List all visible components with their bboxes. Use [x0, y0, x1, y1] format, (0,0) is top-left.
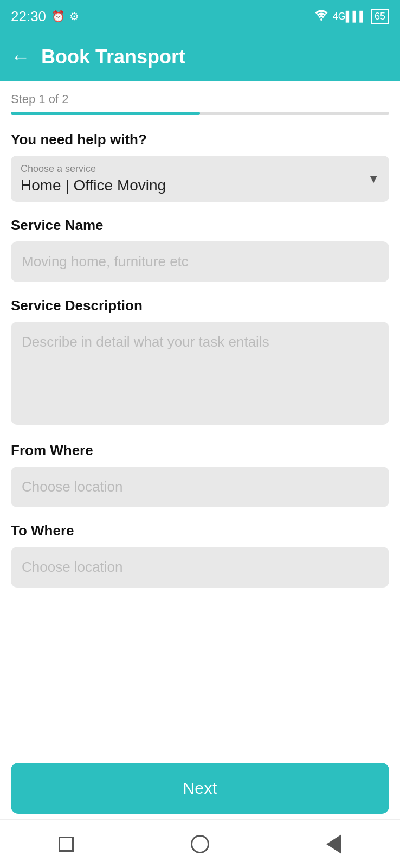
- from-where-label: From Where: [11, 442, 389, 459]
- service-name-input[interactable]: [11, 241, 389, 282]
- dropdown-sublabel: Choose a service: [21, 163, 379, 175]
- service-description-input[interactable]: [11, 322, 389, 425]
- service-dropdown[interactable]: Choose a service Home | Office Moving ▼: [11, 156, 389, 202]
- wifi-icon: [314, 10, 328, 23]
- bottom-nav-bar: [0, 819, 400, 868]
- status-icons: ⏰ ⚙: [51, 10, 79, 23]
- progress-bar-fill: [11, 112, 200, 115]
- nav-back-icon[interactable]: [326, 834, 341, 854]
- next-button-wrapper: Next: [0, 763, 400, 814]
- nav-square-icon[interactable]: [59, 837, 74, 852]
- from-where-input[interactable]: [11, 467, 389, 507]
- chevron-down-icon: ▼: [367, 172, 379, 186]
- to-where-input[interactable]: [11, 547, 389, 588]
- nav-home-icon[interactable]: [191, 835, 209, 853]
- step-label: Step 1 of 2: [11, 92, 389, 106]
- next-button[interactable]: Next: [11, 763, 389, 814]
- progress-bar-container: [11, 112, 389, 115]
- back-button[interactable]: ←: [11, 46, 30, 68]
- status-bar: 22:30 ⏰ ⚙ 4G▌▌▌ 65: [0, 0, 400, 33]
- service-name-label: Service Name: [11, 217, 389, 234]
- to-where-label: To Where: [11, 522, 389, 539]
- main-content: Step 1 of 2 You need help with? Choose a…: [0, 81, 400, 614]
- status-left: 22:30 ⏰ ⚙: [11, 8, 79, 25]
- signal-icon: 4G▌▌▌: [333, 11, 366, 22]
- svg-point-0: [320, 18, 322, 21]
- dropdown-value: Home | Office Moving: [21, 177, 379, 194]
- settings-icon: ⚙: [69, 10, 79, 23]
- battery-icon: 65: [371, 9, 389, 24]
- status-time: 22:30: [11, 8, 46, 25]
- service-question-label: You need help with?: [11, 131, 389, 148]
- alarm-icon: ⏰: [51, 10, 65, 23]
- page-title: Book Transport: [41, 46, 185, 68]
- status-right: 4G▌▌▌ 65: [314, 9, 389, 24]
- app-header: ← Book Transport: [0, 33, 400, 81]
- service-description-label: Service Description: [11, 297, 389, 314]
